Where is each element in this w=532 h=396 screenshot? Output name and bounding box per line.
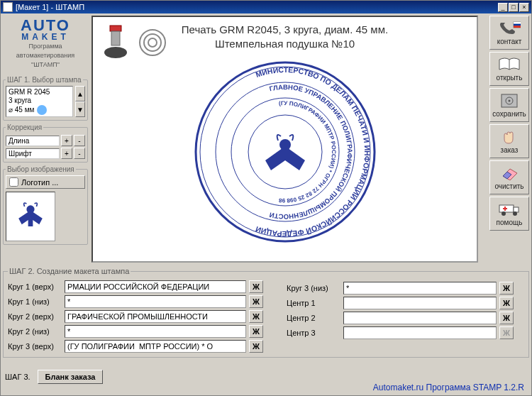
label-center2: Центр 2	[287, 314, 340, 322]
svg-rect-2	[110, 26, 121, 31]
label-center1: Центр 1	[287, 299, 340, 307]
eagle-icon	[11, 197, 50, 236]
svg-point-4	[104, 47, 127, 58]
stamp-model-box[interactable]: GRM R 2045 3 круга ⌀ 45 мм	[6, 86, 73, 117]
ink-pad-icon	[137, 23, 168, 62]
svg-rect-19	[514, 24, 521, 26]
bold-btn-k1b[interactable]: Ж	[249, 295, 263, 308]
length-minus-button[interactable]: -	[74, 135, 85, 146]
svg-rect-20	[514, 26, 521, 28]
hand-icon	[498, 128, 521, 145]
svg-point-7	[148, 38, 157, 47]
step2-group: ШАГ 2. Создание макета штампа Круг 1 (ве…	[3, 267, 529, 358]
eraser-icon	[498, 165, 521, 182]
input-circle3-bot[interactable]	[343, 282, 497, 295]
input-circle2-bot[interactable]	[65, 325, 246, 338]
safe-icon	[498, 92, 521, 109]
preview-canvas: Печать GRM R2045, 3 круга, диам. 45 мм. …	[92, 16, 478, 263]
stamp-down-button[interactable]: ▼	[75, 101, 85, 117]
ambulance-icon	[498, 201, 521, 218]
image-select-legend: Выбор изображения	[6, 165, 76, 173]
app-window: [Макет 1] - ШТАМП _ □ × AUTO MAKET Прогр…	[0, 0, 532, 396]
bold-btn-k2b[interactable]: Ж	[249, 325, 263, 338]
svg-rect-18	[514, 22, 521, 24]
stamp-preview: МИНИСТЕРСТВО ПО ДЕЛАМ ПЕЧАТИ И ИНФОРМАЦИ…	[193, 60, 377, 244]
font-minus-button[interactable]: -	[74, 148, 85, 159]
svg-rect-32	[503, 208, 507, 209]
svg-point-6	[144, 34, 161, 51]
bold-btn-k3t[interactable]: Ж	[249, 340, 263, 353]
corr-length-label: Длина	[6, 136, 60, 146]
input-center1[interactable]	[343, 297, 497, 309]
app-logo: AUTO MAKET Программа автомакетирования "…	[3, 16, 88, 73]
footer-text: Automaket.ru Программа STAMP 1.2.R	[373, 383, 524, 392]
svg-rect-1	[28, 219, 33, 226]
app-icon	[3, 2, 13, 12]
right-toolbar: контакт открыть сохранить заказ	[489, 16, 529, 231]
order-button[interactable]: заказ	[489, 124, 529, 158]
stamp-up-button[interactable]: ▲	[75, 86, 85, 101]
input-circle1-top[interactable]	[65, 280, 246, 293]
correction-legend: Коррекция	[6, 123, 43, 131]
bold-btn-k1t[interactable]: Ж	[249, 280, 263, 293]
open-button[interactable]: открыть	[489, 52, 529, 86]
input-circle3-top[interactable]	[65, 340, 246, 353]
help-button[interactable]: помощь	[489, 197, 529, 231]
svg-point-30	[513, 211, 517, 216]
label-center3: Центр 3	[287, 329, 340, 337]
svg-point-24	[509, 100, 511, 102]
corr-font-label: Шрифт	[6, 148, 60, 159]
label-circle1-top: Круг 1 (верх)	[8, 282, 62, 291]
logo-preview	[6, 192, 55, 241]
svg-point-29	[501, 211, 506, 216]
logo-button[interactable]: Логотип ...	[6, 175, 85, 189]
left-panel: AUTO MAKET Программа автомакетирования "…	[3, 16, 88, 245]
step1-legend: ШАГ 1. Выбор штампа	[6, 76, 83, 84]
correction-group: Коррекция Длина + - Шрифт + -	[3, 123, 88, 163]
clear-button[interactable]: очистить	[489, 160, 529, 194]
image-select-group: Выбор изображения Логотип ...	[3, 165, 88, 245]
label-circle2-top: Круг 2 (верх)	[8, 312, 62, 321]
input-circle1-bot[interactable]	[65, 295, 246, 308]
bold-btn-k3b[interactable]: Ж	[499, 282, 514, 295]
svg-rect-28	[514, 207, 519, 212]
window-title: [Макет 1] - ШТАМП	[16, 3, 84, 11]
font-plus-button[interactable]: +	[61, 148, 72, 159]
label-circle1-bot: Круг 1 (низ)	[8, 297, 62, 306]
bold-btn-c3: Ж	[499, 326, 514, 339]
input-circle2-top[interactable]	[65, 310, 246, 323]
length-plus-button[interactable]: +	[61, 135, 72, 146]
bold-btn-k2t[interactable]: Ж	[249, 310, 263, 323]
bold-btn-c1[interactable]: Ж	[499, 297, 514, 309]
book-icon	[498, 56, 521, 73]
minimize-button[interactable]: _	[498, 3, 508, 12]
step3-label: ШАГ 3.	[5, 373, 31, 381]
save-button[interactable]: сохранить	[489, 88, 529, 122]
label-circle2-bot: Круг 2 (низ)	[8, 327, 62, 336]
step1-group: ШАГ 1. Выбор штампа GRM R 2045 3 круга ⌀…	[3, 76, 88, 121]
input-center2[interactable]	[343, 312, 497, 324]
label-circle3-bot: Круг 3 (низ)	[287, 284, 340, 292]
maximize-button[interactable]: □	[509, 3, 519, 12]
contact-button[interactable]: контакт	[489, 16, 529, 50]
titlebar: [Макет 1] - ШТАМП _ □ ×	[1, 1, 531, 13]
stamp-device-icon	[100, 23, 131, 62]
label-circle3-top: Круг 3 (верх)	[8, 342, 62, 351]
close-button[interactable]: ×	[519, 3, 529, 12]
input-center3[interactable]	[343, 326, 497, 339]
step2-legend: ШАГ 2. Создание макета штампа	[8, 267, 131, 275]
bold-btn-c2[interactable]: Ж	[499, 312, 514, 324]
color-dot-icon	[37, 105, 47, 115]
order-blank-button[interactable]: Бланк заказа	[38, 370, 104, 384]
phone-flag-icon	[498, 20, 521, 37]
svg-rect-3	[111, 31, 120, 45]
logo-checkbox[interactable]	[9, 177, 18, 187]
